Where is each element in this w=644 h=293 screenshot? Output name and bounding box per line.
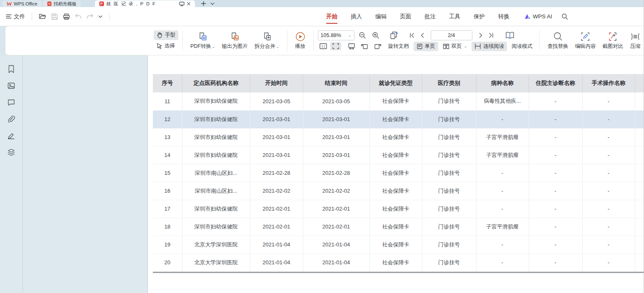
table-cell: -	[529, 182, 582, 200]
docer-logo-icon	[47, 1, 52, 6]
rotate-pages-button[interactable]	[388, 30, 400, 40]
page-indicator-input[interactable]: 2/4	[431, 30, 472, 40]
thumbnail-panel-button[interactable]	[7, 81, 16, 90]
zoom-level-combo[interactable]: 105.88%⌄	[318, 30, 354, 40]
table-cell: 门诊挂号	[422, 128, 476, 146]
quick-access-chevron-icon[interactable]	[98, 15, 102, 18]
rotate-right-button[interactable]	[372, 42, 384, 50]
table-row[interactable]: 11深圳市妇幼保健院2021-03-052021-03-05社会保障卡门诊挂号病…	[153, 92, 644, 110]
table-row[interactable]: 14深圳市妇幼保健院2021-03-012021-03-01社会保障卡门诊挂号子…	[153, 146, 644, 164]
continuous-read-button[interactable]: 连续阅读	[472, 42, 507, 51]
table-header-cell: 住院主诊断名称	[529, 74, 582, 92]
search-icon[interactable]	[562, 13, 568, 20]
signature-panel-button[interactable]	[7, 131, 16, 140]
open-folder-icon[interactable]	[39, 13, 46, 20]
read-mode-icon-button[interactable]	[504, 31, 516, 40]
fit-width-button[interactable]	[346, 42, 357, 50]
table-cell: 深圳市妇幼保健院	[182, 110, 250, 128]
save-icon[interactable]	[51, 13, 58, 20]
pen-icon	[7, 132, 15, 139]
export-image-button[interactable]: 输出为图片	[219, 31, 252, 50]
close-tab-icon[interactable]	[187, 2, 191, 6]
tab-docer-templates[interactable]: 找稻壳模板	[43, 0, 81, 7]
attachment-panel-button[interactable]	[7, 114, 16, 124]
last-page-button[interactable]	[487, 32, 495, 39]
bookmark-panel-button[interactable]	[7, 65, 16, 74]
present-to-screen-icon[interactable]	[179, 2, 185, 6]
menu-tab-4[interactable]: 批注	[424, 11, 437, 22]
hand-tool-label: 手型	[165, 32, 175, 39]
menu-tab-0[interactable]: 开始	[325, 11, 338, 22]
find-replace-button[interactable]: 查找替换	[544, 31, 572, 50]
file-menu-button[interactable]: 文件	[6, 13, 25, 20]
tab-list-chevron-icon[interactable]	[210, 2, 215, 5]
left-icon-strip	[0, 55, 23, 293]
next-page-button[interactable]	[477, 32, 484, 39]
fit-page-button[interactable]	[330, 42, 341, 50]
first-page-button[interactable]	[408, 32, 416, 39]
menu-tab-6[interactable]: 保护	[473, 11, 486, 22]
rotate-doc-button[interactable]: 旋转文档	[385, 42, 412, 51]
edit-content-button[interactable]: 编辑内容	[572, 31, 599, 50]
select-tool-button[interactable]: 选择	[154, 41, 178, 51]
table-cell: 社会保障卡	[369, 128, 422, 146]
table-row[interactable]: 15深圳市南山区妇...2021-02-282021-02-28社会保障卡门诊挂…	[153, 164, 644, 182]
wps-ai-button[interactable]: WPS AI	[524, 13, 552, 20]
table-row[interactable]: 13深圳市妇幼保健院2021-03-012021-03-01社会保障卡门诊挂号子…	[153, 128, 644, 146]
double-page-button[interactable]: 双页⌄	[440, 42, 470, 51]
table-header-cell: 手术操作名称	[582, 74, 635, 92]
table-cell: -	[529, 110, 582, 128]
table-cell: 门诊挂号	[422, 146, 476, 164]
print-icon[interactable]	[63, 13, 70, 20]
menu-tab-1[interactable]: 插入	[350, 11, 363, 22]
double-page-label: 双页	[452, 43, 462, 50]
table-body: 11深圳市妇幼保健院2021-03-052021-03-05社会保障卡门诊挂号病…	[153, 92, 644, 271]
undo-icon[interactable]	[75, 14, 82, 19]
split-merge-button[interactable]: 拆分合并⌄	[251, 31, 283, 50]
zoom-out-button[interactable]	[357, 31, 368, 40]
export-image-label: 输出为图片	[222, 43, 248, 50]
tab-document-active[interactable]: 就医记录.PDF	[95, 0, 195, 7]
cursor-icon	[157, 43, 162, 49]
table-cell: 深圳市妇幼保健院	[182, 92, 250, 110]
new-tab-plus-icon[interactable]	[201, 1, 206, 6]
screenshot-compare-button[interactable]: 截图对比	[599, 31, 627, 50]
table-cell: 12	[153, 110, 182, 128]
table-row[interactable]: 17深圳市妇幼保健院2021-02-012021-02-01社会保障卡门诊挂号-…	[153, 200, 644, 218]
split-merge-icon	[262, 31, 272, 42]
comment-panel-button[interactable]	[7, 98, 16, 107]
export-image-icon	[230, 31, 240, 42]
table-row[interactable]: 19北京大学深圳医院2021-01-042021-01-04社会保障卡门诊挂号-…	[153, 236, 644, 253]
rotate-left-button[interactable]	[359, 42, 370, 50]
table-row[interactable]: 12深圳市妇幼保健院2021-03-012021-03-01社会保障卡门诊挂号-…	[153, 110, 644, 128]
zoom-in-button[interactable]	[370, 31, 381, 40]
pdf-convert-button[interactable]: PDF转换⌄	[187, 31, 219, 50]
play-button[interactable]: 播放	[292, 31, 309, 50]
layers-panel-button[interactable]	[7, 148, 16, 157]
menu-tab-3[interactable]: 页面	[399, 11, 412, 22]
table-cell: -	[529, 164, 582, 182]
hand-tool-button[interactable]: 手型	[154, 30, 178, 40]
rotate-right-icon	[374, 43, 382, 50]
table-header-cell: 医疗类别	[422, 74, 476, 92]
table-bottom-border	[153, 272, 644, 273]
actual-size-button[interactable]: 1:1	[318, 42, 329, 50]
prev-page-button[interactable]	[419, 32, 426, 39]
hamburger-icon	[6, 14, 12, 19]
tab-wps-office[interactable]: WPS Office	[2, 0, 42, 7]
table-row[interactable]: 16深圳市南山区妇...2021-02-022021-02-02社会保障卡门诊挂…	[153, 182, 644, 200]
read-mode-button[interactable]: 阅读模式	[509, 42, 535, 51]
redo-icon[interactable]	[87, 14, 93, 19]
compress-button[interactable]: 压缩	[627, 31, 644, 50]
table-row[interactable]: 20北京大学深圳医院2021-01-042021-01-04社会保障卡门诊挂号-…	[153, 253, 644, 271]
first-page-icon	[409, 33, 414, 38]
medical-records-table: 序号定点医药机构名称开始时间结束时间就诊凭证类型医疗类别病种名称住院主诊断名称手…	[153, 74, 644, 273]
table-cell: 门诊挂号	[422, 182, 476, 200]
table-row[interactable]: 18深圳市妇幼保健院2021-02-012021-02-01社会保障卡门诊挂号子…	[153, 218, 644, 236]
menu-tab-5[interactable]: 工具	[448, 11, 461, 22]
hand-icon	[157, 32, 163, 38]
single-page-button[interactable]: 单页	[414, 42, 438, 51]
menu-tab-7[interactable]: 转换	[497, 11, 510, 22]
table-cell: 11	[153, 92, 182, 110]
menu-tab-2[interactable]: 编辑	[374, 11, 387, 22]
